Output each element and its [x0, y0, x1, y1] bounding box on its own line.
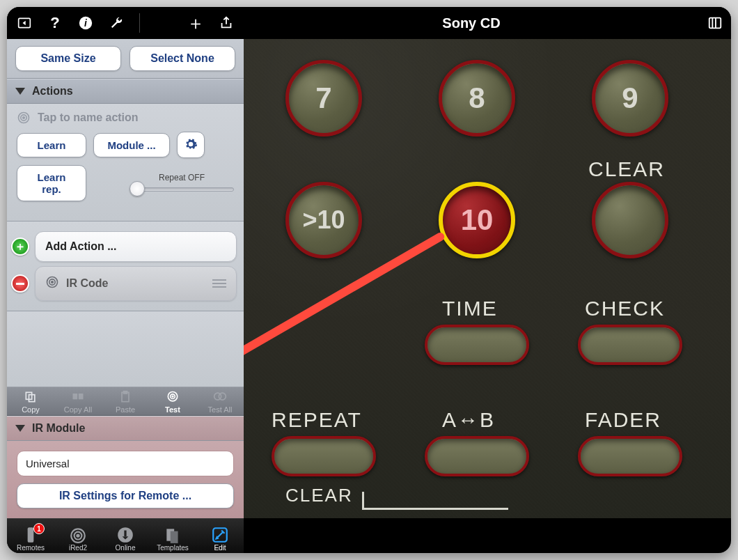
mini-copy[interactable]: Copy — [10, 390, 52, 414]
remote-button-repeat[interactable] — [272, 436, 376, 476]
templates-icon — [163, 526, 182, 544]
add-badge-icon[interactable]: ＋ — [11, 238, 29, 256]
remote-button-10-selected[interactable]: 10 — [439, 182, 515, 258]
remote-button-clear[interactable] — [592, 182, 668, 258]
panel-collapse-icon[interactable] — [15, 14, 33, 32]
add-action-cell[interactable]: Add Action ... — [35, 231, 237, 262]
svg-rect-27 — [171, 531, 178, 543]
add-icon[interactable]: ＋ — [187, 14, 205, 32]
help-icon[interactable]: ? — [46, 14, 64, 32]
remote-button-gt10[interactable]: >10 — [285, 182, 362, 258]
same-size-button[interactable]: Same Size — [15, 46, 121, 71]
repeat-slider[interactable] — [129, 184, 234, 194]
target-icon — [17, 111, 31, 125]
svg-rect-13 — [79, 394, 84, 399]
remotes-badge: 1 — [33, 523, 45, 534]
learn-rep-button[interactable]: Learn rep. — [17, 165, 86, 201]
action-name-hint[interactable]: Tap to name action — [38, 111, 139, 124]
share-icon[interactable] — [217, 14, 235, 32]
ir-code-label: IR Code — [66, 277, 108, 290]
remote-label-fader: FADER — [585, 408, 661, 432]
library-icon[interactable] — [706, 14, 724, 32]
mini-paste: Paste — [104, 390, 146, 414]
target-icon — [45, 275, 59, 292]
remote-button-7[interactable]: 7 — [285, 60, 362, 137]
tab-ired2[interactable]: iRed2 — [57, 523, 99, 552]
mini-test[interactable]: Test — [152, 390, 194, 414]
mini-copy-all: Copy All — [57, 390, 99, 414]
learn-button[interactable]: Learn — [17, 133, 86, 157]
copy-icon — [23, 390, 38, 404]
tab-online[interactable]: Online — [104, 523, 146, 552]
remove-badge-icon[interactable] — [11, 274, 29, 293]
svg-rect-15 — [124, 391, 127, 394]
svg-point-20 — [219, 393, 226, 400]
page-title: Sony CD — [442, 15, 500, 31]
remote-label-clear2: CLEAR — [285, 485, 353, 506]
online-icon — [116, 526, 135, 544]
info-icon[interactable]: i — [77, 14, 95, 32]
edit-icon — [210, 526, 230, 544]
ired2-icon — [68, 526, 88, 544]
remote-button-check[interactable] — [578, 325, 682, 365]
copy-all-icon — [70, 390, 86, 404]
paste-icon — [118, 390, 133, 404]
ir-module-section-title: IR Module — [32, 422, 85, 435]
remotes-icon: 1 — [21, 526, 40, 544]
svg-point-24 — [77, 534, 79, 536]
remote-button-time[interactable] — [425, 325, 529, 365]
svg-point-9 — [52, 281, 54, 283]
ir-settings-button[interactable]: IR Settings for Remote ... — [17, 483, 234, 508]
remote-button-fader[interactable] — [578, 436, 682, 476]
module-button[interactable]: Module ... — [93, 133, 170, 157]
wrench-icon[interactable] — [107, 14, 125, 32]
test-all-icon — [212, 390, 228, 404]
actions-section-header[interactable]: Actions — [7, 79, 244, 104]
svg-point-6 — [23, 117, 25, 119]
reorder-grip-icon[interactable] — [212, 279, 226, 288]
disclosure-triangle-icon — [15, 88, 25, 95]
ir-module-name-field[interactable] — [17, 451, 234, 476]
remote-label-ab: A↔B — [442, 408, 495, 432]
gear-icon — [184, 137, 198, 153]
tab-edit[interactable]: Edit — [199, 523, 241, 552]
tab-remotes[interactable]: 1 Remotes — [10, 523, 52, 552]
repeat-label: Repeat OFF — [159, 173, 205, 182]
svg-rect-21 — [28, 527, 34, 543]
remote-label-clear: CLEAR — [588, 157, 665, 181]
mini-test-all: Test All — [199, 390, 241, 414]
svg-point-18 — [172, 396, 173, 397]
remote-label-repeat: REPEAT — [272, 408, 362, 432]
ir-module-section-header[interactable]: IR Module — [7, 416, 244, 441]
remote-button-9[interactable]: 9 — [592, 60, 668, 137]
remote-button-8[interactable]: 8 — [439, 60, 515, 137]
add-action-label: Add Action ... — [45, 240, 117, 253]
remote-label-check: CHECK — [585, 297, 665, 320]
test-icon — [165, 390, 180, 404]
svg-rect-12 — [73, 394, 78, 399]
select-none-button[interactable]: Select None — [129, 46, 235, 71]
actions-section-title: Actions — [32, 85, 73, 98]
remote-button-ab[interactable] — [425, 436, 529, 476]
disclosure-triangle-icon — [15, 425, 25, 432]
action-settings-button[interactable] — [177, 132, 205, 158]
remote-label-time: TIME — [442, 297, 498, 320]
clear-bracket-line — [362, 492, 508, 510]
tab-templates[interactable]: Templates — [152, 523, 194, 552]
separator — [139, 13, 140, 33]
ir-code-cell[interactable]: IR Code — [35, 266, 237, 301]
